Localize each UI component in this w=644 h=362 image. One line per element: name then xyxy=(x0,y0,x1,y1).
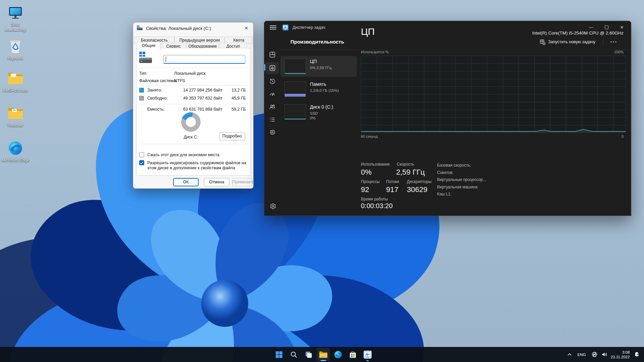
sidebar-item-users[interactable] xyxy=(266,101,279,113)
language-indicator[interactable]: ENG xyxy=(576,347,588,362)
filesystem-value: NTFS xyxy=(174,78,185,83)
card-memory[interactable]: Память 1,2/8,0 ГБ (15%) xyxy=(280,79,357,100)
this-pc-icon xyxy=(7,4,24,21)
sidebar-item-details[interactable] xyxy=(266,114,279,126)
capacity-bytes: 63 631 781 888 байт xyxy=(175,107,222,112)
desktop-icon-kmsactivator[interactable]: KMSActivator xyxy=(0,70,31,93)
cancel-button[interactable]: Отмена xyxy=(204,178,229,186)
settings-gear-icon[interactable] xyxy=(268,201,278,211)
memory-mini-band xyxy=(285,94,306,97)
uptime-label: Время работы xyxy=(361,197,388,201)
clock[interactable]: 3:0823.11.2022 xyxy=(610,347,631,362)
graph-y-max: 100% xyxy=(614,50,624,54)
index-checkbox[interactable] xyxy=(139,160,144,165)
desktop-icon-label: Microsoft Edge xyxy=(0,158,31,163)
sidebar-item-app-history[interactable] xyxy=(266,75,279,87)
desktop-icon-this-pc[interactable]: Этот компьютер xyxy=(0,4,31,33)
services-icon xyxy=(269,129,275,135)
users-icon xyxy=(269,104,275,110)
compress-checkbox[interactable] xyxy=(139,152,144,157)
tm-title: Диспетчер задач xyxy=(292,25,325,30)
sidebar-item-services[interactable] xyxy=(266,126,279,138)
tray-date: 23.11.2022 xyxy=(611,355,630,359)
processes-icon xyxy=(269,52,275,58)
sidebar-item-performance[interactable] xyxy=(266,62,279,74)
edge-icon xyxy=(7,139,24,157)
dialog-title: Свойства: Локальный диск (C:) xyxy=(146,26,211,31)
store-button[interactable] xyxy=(346,348,360,361)
threads-label: Потоки xyxy=(386,179,399,184)
ok-button[interactable]: ОК xyxy=(173,178,199,186)
processes-value: 92 xyxy=(361,185,369,194)
active-window-indicator xyxy=(321,360,326,361)
more-options-icon[interactable] xyxy=(607,37,620,47)
edge-button[interactable] xyxy=(331,348,345,361)
desktop: Этот компьютер Корзина KMSActivator Reco… xyxy=(0,0,644,362)
search-button[interactable] xyxy=(287,348,301,361)
card-disk-detail: SSD0% xyxy=(310,111,318,120)
details-button[interactable]: Подробно xyxy=(219,132,245,140)
folder-icon xyxy=(7,105,24,122)
windows-start-icon xyxy=(275,351,283,359)
card-disk[interactable]: Диск 0 (C:) SSD0% xyxy=(280,102,357,126)
disk-icon xyxy=(137,25,143,31)
free-swatch xyxy=(139,96,144,101)
l1-cache-label: Кэш L1: xyxy=(437,191,486,198)
edge-icon xyxy=(334,351,342,359)
used-bytes: 14 277 984 256 байт xyxy=(175,88,222,93)
desktop-icon-edge[interactable]: Microsoft Edge xyxy=(0,139,31,163)
task-view-icon xyxy=(305,351,313,359)
dialog-titlebar[interactable]: Свойства: Локальный диск (C:) ✕ xyxy=(133,22,253,34)
selected-indicator xyxy=(264,64,265,71)
disk-letter-label: Диск C: xyxy=(174,135,208,139)
index-checkbox-label[interactable]: Разрешить индексировать содержимое файло… xyxy=(147,161,248,171)
sidebar-item-startup-apps[interactable] xyxy=(266,88,279,100)
card-cpu-detail: 0% 2,59 ГГц xyxy=(310,65,331,70)
details-icon xyxy=(269,117,275,123)
network-icon[interactable] xyxy=(590,347,599,362)
divider xyxy=(139,144,248,144)
cpu-pane-title: ЦП xyxy=(361,26,375,37)
used-label: Занято: xyxy=(147,88,162,93)
task-view-button[interactable] xyxy=(302,348,315,361)
usage-label: Использование xyxy=(361,162,390,167)
graph-x-right: 0 xyxy=(622,134,624,138)
virtual-machine-label: Виртуальная машина: xyxy=(437,184,486,191)
tm-header: Производительность Запустить новую задач… xyxy=(280,34,631,50)
tm-sidebar xyxy=(264,34,280,216)
processes-label: Процессы xyxy=(361,179,380,184)
desktop-icon-recycle-bin[interactable]: Корзина xyxy=(0,38,31,61)
divider xyxy=(139,104,248,104)
card-cpu[interactable]: ЦП 0% 2,59 ГГц xyxy=(280,56,357,77)
menu-icon[interactable] xyxy=(270,25,276,29)
threads-value: 917 xyxy=(386,185,398,194)
capacity-label: Емкость: xyxy=(147,107,164,112)
start-button[interactable] xyxy=(272,348,286,361)
notification-bell-icon[interactable]: z xyxy=(632,347,641,362)
sidebar-item-processes[interactable] xyxy=(266,49,279,61)
handles-value: 30629 xyxy=(407,185,427,194)
base-speed-label: Базовая скорость: xyxy=(437,162,486,169)
apply-button[interactable]: Применить xyxy=(232,178,252,186)
run-new-task-button[interactable]: Запустить новую задачу xyxy=(536,37,599,47)
file-explorer-button[interactable] xyxy=(317,348,330,361)
tab-general[interactable]: Общие xyxy=(137,42,160,51)
compress-checkbox-label[interactable]: Сжать этот диск для экономии места xyxy=(147,153,248,158)
tray-time: 3:08 xyxy=(611,350,630,355)
close-icon[interactable]: ✕ xyxy=(240,23,252,33)
graph-x-left: 60 секунд xyxy=(361,134,378,138)
disk-usage-donut xyxy=(181,112,201,132)
general-tab-page: Тип: Локальный диск Файловая система: NT… xyxy=(136,48,251,176)
capacity-gb: 59,2 ГБ xyxy=(225,107,246,112)
search-icon xyxy=(290,351,298,358)
recycle-bin-icon xyxy=(7,38,24,55)
tray-chevron-up-icon[interactable] xyxy=(565,347,574,362)
check-icon xyxy=(140,161,144,165)
volume-label-input[interactable] xyxy=(163,55,245,64)
speed-label: Скорость xyxy=(397,162,414,167)
sockets-label: Сокетов: xyxy=(437,169,486,177)
task-manager-button[interactable] xyxy=(361,348,374,361)
desktop-icon-recover[interactable]: Recover xyxy=(0,105,31,128)
card-disk-name: Диск 0 (C:) xyxy=(310,104,333,110)
volume-icon[interactable] xyxy=(600,347,609,362)
